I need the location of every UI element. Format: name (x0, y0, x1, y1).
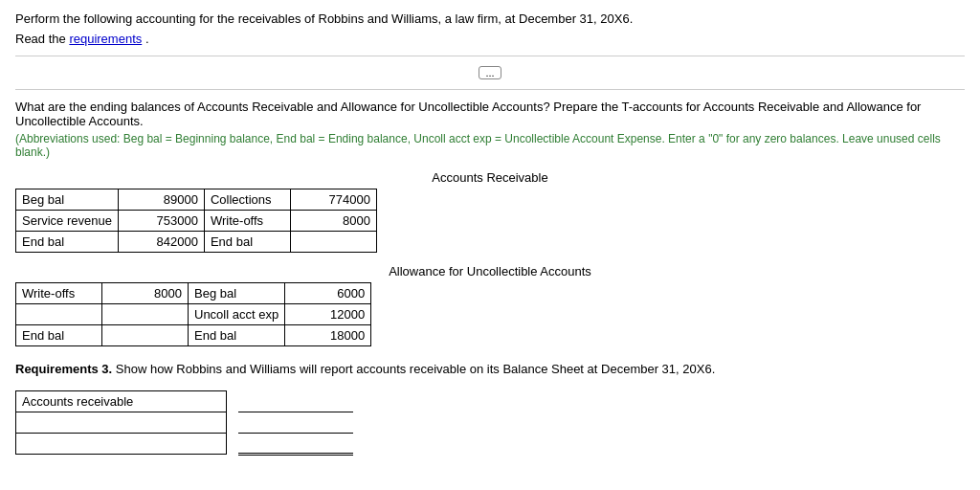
al-row1-right-label: Beg bal (189, 283, 285, 304)
req3-title: Requirements 3. Show how Robbins and Wil… (15, 362, 965, 376)
expand-button[interactable]: ... (479, 66, 501, 79)
req3-spacer3 (227, 434, 238, 455)
req3-description: Show how Robbins and Williams will repor… (116, 362, 716, 376)
table-row: Accounts receivable (16, 391, 353, 412)
requirements-link[interactable]: requirements (69, 32, 142, 46)
al-row3-left-label: End bal (16, 325, 102, 346)
req3-row1-label: Accounts receivable (16, 391, 227, 412)
read-requirements: Read the requirements . (15, 32, 965, 46)
table-row (16, 434, 353, 455)
divider-top (15, 56, 965, 56)
al-row1-left-val[interactable]: 8000 (102, 283, 189, 304)
ar-row2-right-val[interactable]: 8000 (290, 211, 376, 232)
req3-row3-input[interactable] (238, 434, 353, 455)
ar-row2-left-val[interactable]: 753000 (118, 211, 204, 232)
ar-row1-left-val[interactable]: 89000 (118, 189, 204, 211)
table-row: Beg bal 89000 Collections 774000 (16, 189, 377, 211)
ar-row3-right-label: End bal (204, 232, 290, 253)
al-row2-right-val[interactable]: 12000 (285, 304, 371, 325)
accounts-receivable-table: Beg bal 89000 Collections 774000 Service… (15, 189, 377, 253)
allowance-title: Allowance for Uncollectible Accounts (15, 264, 965, 278)
al-row1-left-label: Write-offs (16, 283, 102, 304)
req3-spacer1 (227, 391, 238, 412)
intro-text: Perform the following accounting for the… (15, 11, 965, 26)
req3-spacer2 (227, 412, 238, 434)
accounts-receivable-title: Accounts Receivable (15, 170, 965, 185)
question-main: What are the ending balances of Accounts… (15, 100, 965, 128)
expand-button-container: ... (15, 66, 965, 79)
ar-row1-left-label: Beg bal (16, 189, 119, 211)
req3-row2-input[interactable] (238, 412, 353, 434)
req3-row3-label (16, 434, 227, 455)
question-abbrev: (Abbreviations used: Beg bal = Beginning… (15, 132, 965, 159)
req3-title-bold: Requirements 3. (15, 362, 112, 376)
read-prefix: Read the (15, 32, 69, 46)
accounts-receivable-section: Accounts Receivable Beg bal 89000 Collec… (15, 170, 965, 253)
req3-section: Requirements 3. Show how Robbins and Wil… (15, 362, 965, 456)
table-row (16, 412, 353, 434)
ar-row2-left-label: Service revenue (16, 211, 119, 232)
ar-row3-right-val[interactable] (290, 232, 376, 253)
ar-row3-left-val[interactable]: 842000 (118, 232, 204, 253)
allowance-section: Allowance for Uncollectible Accounts Wri… (15, 264, 965, 346)
al-row3-left-val[interactable] (102, 325, 189, 346)
ar-row3-left-label: End bal (16, 232, 119, 253)
al-row2-right-label: Uncoll acct exp (189, 304, 285, 325)
table-row: Write-offs 8000 Beg bal 6000 (16, 283, 371, 304)
req3-table: Accounts receivable (15, 390, 353, 456)
table-row: Uncoll acct exp 12000 (16, 304, 371, 325)
ar-row2-right-label: Write-offs (204, 211, 290, 232)
al-row2-left-val[interactable] (102, 304, 189, 325)
ar-row1-right-label: Collections (204, 189, 290, 211)
table-row: Service revenue 753000 Write-offs 8000 (16, 211, 377, 232)
ar-row1-right-val[interactable]: 774000 (290, 189, 376, 211)
al-row1-right-val[interactable]: 6000 (285, 283, 371, 304)
al-row2-left-label (16, 304, 102, 325)
al-row3-right-label: End bal (189, 325, 285, 346)
req3-row2-label (16, 412, 227, 434)
req3-row1-input[interactable] (238, 391, 353, 412)
allowance-table: Write-offs 8000 Beg bal 6000 Uncoll acct… (15, 282, 371, 346)
al-row3-right-val[interactable]: 18000 (285, 325, 371, 346)
read-suffix: . (145, 32, 149, 46)
divider-mid (15, 89, 965, 90)
table-row: End bal 842000 End bal (16, 232, 377, 253)
table-row: End bal End bal 18000 (16, 325, 371, 346)
